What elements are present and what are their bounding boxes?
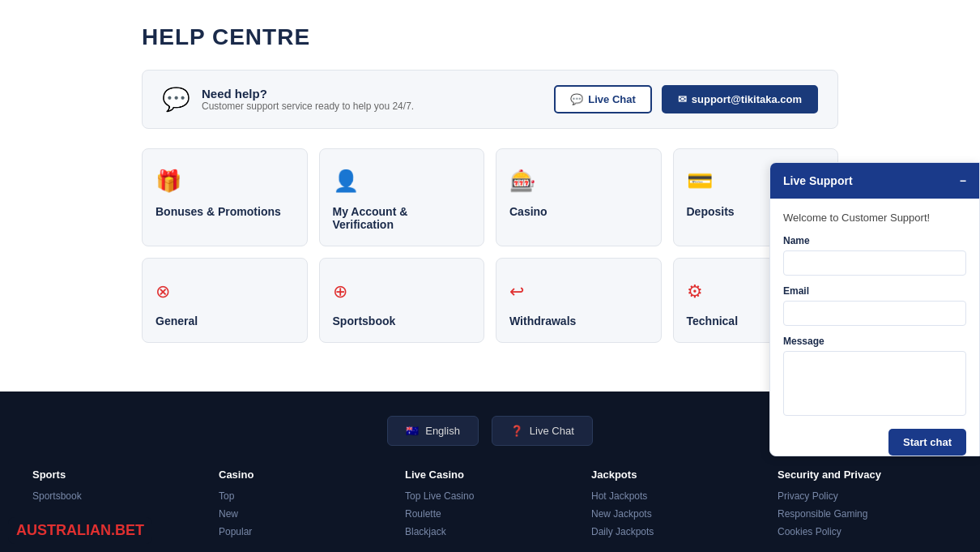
footer-col-title-4: Security and Privacy xyxy=(778,469,948,481)
category-card-general[interactable]: General xyxy=(142,258,308,343)
footer-link[interactable]: Hot Jackpots xyxy=(591,490,761,502)
footer-link[interactable]: New xyxy=(219,508,389,520)
category-card-withdrawals[interactable]: Withdrawals xyxy=(496,258,662,343)
footer-col-title-3: Jackpots xyxy=(591,469,761,481)
footer-col-1: CasinoTopNewPopular xyxy=(219,469,389,544)
page-title: HELP CENTRE xyxy=(142,24,838,50)
live-support-panel: Live Support Welcome to Customer Support… xyxy=(769,162,980,456)
support-icon xyxy=(162,86,190,113)
need-help-label: Need help? xyxy=(202,87,414,101)
category-icon-sportsbook xyxy=(333,278,471,303)
footer-link[interactable]: Blackjack xyxy=(405,526,575,537)
welcome-text: Welcome to Customer Support! xyxy=(783,212,966,224)
email-button[interactable]: support@tikitaka.com xyxy=(662,85,818,113)
category-card-account[interactable]: My Account & Verification xyxy=(319,148,485,246)
name-label: Name xyxy=(783,235,966,246)
chat-icon xyxy=(570,93,583,105)
help-icon xyxy=(510,425,523,437)
footer-columns: SportsSportsbookCasinoTopNewPopularLive … xyxy=(32,469,948,544)
message-label: Message xyxy=(783,336,966,347)
footer-link[interactable]: Sportsbook xyxy=(32,490,202,502)
category-label-withdrawals: Withdrawals xyxy=(509,315,648,327)
category-icon-bonuses xyxy=(156,169,294,194)
footer-col-2: Live CasinoTop Live CasinoRouletteBlackj… xyxy=(405,469,575,544)
category-icon-general xyxy=(156,278,294,303)
live-support-title: Live Support xyxy=(783,174,853,187)
footer-link[interactable]: Responsible Gaming xyxy=(778,508,948,520)
category-label-bonuses: Bonuses & Promotions xyxy=(156,205,294,218)
category-label-sportsbook: Sportsbook xyxy=(333,315,471,327)
live-chat-button[interactable]: Live Chat xyxy=(554,85,652,113)
category-label-account: My Account & Verification xyxy=(333,205,471,231)
name-input[interactable] xyxy=(783,250,966,276)
email-input[interactable] xyxy=(783,301,966,326)
category-label-casino: Casino xyxy=(509,205,648,218)
logo-text-red: .BET xyxy=(111,522,144,538)
footer-link[interactable]: Cookies Policy xyxy=(778,526,948,537)
category-icon-account xyxy=(333,169,471,194)
footer-link[interactable]: New Jackpots xyxy=(591,508,761,520)
footer-col-3: JackpotsHot JackpotsNew JackpotsDaily Ja… xyxy=(591,469,761,544)
category-icon-casino xyxy=(509,169,648,194)
category-label-general: General xyxy=(156,315,294,327)
support-banner-buttons: Live Chat support@tikitaka.com xyxy=(554,85,818,113)
email-label: support@tikitaka.com xyxy=(692,93,802,105)
flag-icon xyxy=(406,425,419,437)
language-label: English xyxy=(425,425,460,437)
footer-link[interactable]: Popular xyxy=(219,526,389,537)
language-button[interactable]: English xyxy=(387,416,479,446)
footer-col-title-1: Casino xyxy=(219,469,389,481)
footer-link[interactable]: Roulette xyxy=(405,508,575,520)
footer-col-title-2: Live Casino xyxy=(405,469,575,481)
email-icon xyxy=(678,93,687,105)
logo-text-white: AUSTRALIAN xyxy=(16,522,111,538)
footer-col-4: Security and PrivacyPrivacy PolicyRespon… xyxy=(778,469,948,544)
category-card-casino[interactable]: Casino xyxy=(496,148,662,246)
category-grid: Bonuses & Promotions My Account & Verifi… xyxy=(142,148,838,343)
start-chat-button[interactable]: Start chat xyxy=(888,429,966,456)
live-support-header: Live Support xyxy=(770,163,979,199)
support-banner-text: Need help? Customer support service read… xyxy=(202,87,414,112)
footer-chat-label: Live Chat xyxy=(530,425,574,437)
support-description: Customer support service ready to help y… xyxy=(202,101,414,112)
footer-link[interactable]: Top Live Casino xyxy=(405,490,575,502)
footer-col-title-0: Sports xyxy=(32,469,202,481)
site-logo[interactable]: AUSTRALIAN.BET xyxy=(8,517,152,544)
minimize-icon[interactable] xyxy=(960,174,966,187)
live-support-body: Welcome to Customer Support! Name Email … xyxy=(770,199,979,442)
footer-link[interactable]: Daily Jackpots xyxy=(591,526,761,537)
footer-link[interactable]: Privacy Policy xyxy=(778,490,948,502)
footer-link[interactable]: Top xyxy=(219,490,389,502)
live-chat-label: Live Chat xyxy=(588,93,636,105)
email-label: Email xyxy=(783,285,966,297)
footer-chat-button[interactable]: Live Chat xyxy=(492,416,593,446)
category-card-sportsbook[interactable]: Sportsbook xyxy=(319,258,485,343)
category-card-bonuses[interactable]: Bonuses & Promotions xyxy=(142,148,308,246)
support-banner: Need help? Customer support service read… xyxy=(142,70,838,129)
support-banner-left: Need help? Customer support service read… xyxy=(162,86,414,113)
category-icon-withdrawals xyxy=(509,278,648,303)
message-input[interactable] xyxy=(783,351,966,416)
